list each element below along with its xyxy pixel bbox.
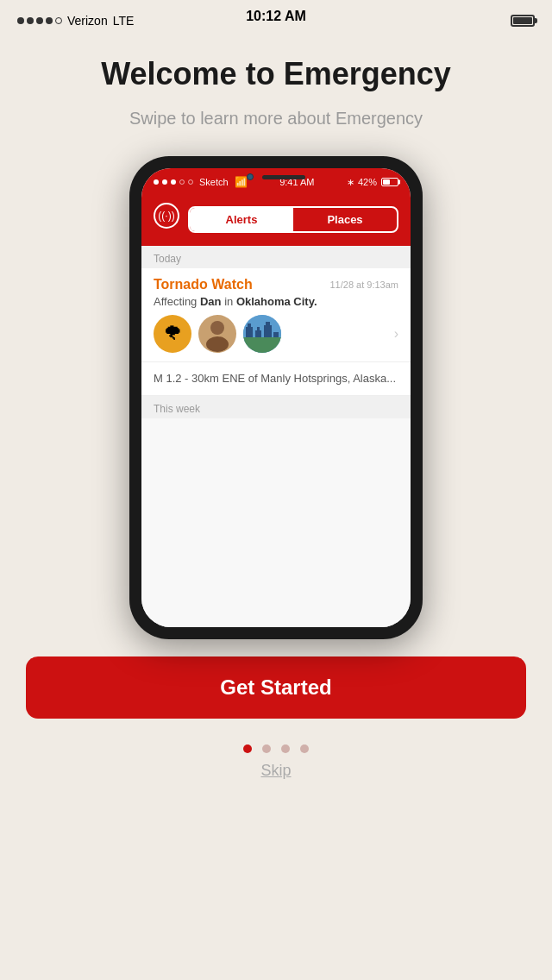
front-camera [247, 173, 254, 180]
inner-battery-text: 42% [358, 177, 377, 187]
inner-dot-4 [179, 179, 185, 185]
person-silhouette-icon [198, 315, 236, 353]
signal-dots [17, 17, 62, 24]
inner-dot-3 [171, 179, 176, 185]
svg-point-0 [210, 321, 224, 335]
signal-dot-3 [36, 17, 43, 24]
svg-rect-3 [243, 337, 281, 353]
page-dot-1[interactable] [243, 744, 252, 753]
page-dots [0, 732, 552, 762]
tab-alerts[interactable]: Alerts [190, 208, 293, 231]
svg-rect-8 [264, 325, 272, 337]
skip-section: Skip [0, 762, 552, 794]
city-avatar [243, 315, 281, 353]
inner-right: ∗ 42% [347, 177, 398, 188]
main-title: Welcome to Emergency [34, 55, 518, 92]
tornado-alert-item[interactable]: Tornado Watch 11/28 at 9:13am Affecting … [141, 268, 411, 362]
phone-top [224, 168, 328, 185]
inner-bluetooth-icon: ∗ [347, 177, 354, 188]
app-content: Today Tornado Watch 11/28 at 9:13am Affe… [141, 246, 411, 627]
carrier-label: Verizon [67, 14, 108, 28]
status-right [511, 15, 535, 27]
svg-rect-10 [273, 332, 279, 337]
skip-link[interactable]: Skip [260, 762, 291, 779]
battery-icon [511, 15, 535, 27]
svg-rect-4 [246, 327, 253, 337]
speaker [262, 175, 305, 179]
inner-dot-5 [188, 179, 193, 185]
nav-row: ((·)) Alerts Places [154, 203, 398, 236]
svg-rect-6 [255, 330, 261, 337]
heading-section: Welcome to Emergency Swipe to learn more… [0, 38, 552, 139]
svg-rect-9 [266, 322, 270, 325]
signal-dot-2 [27, 17, 34, 24]
signal-dot-4 [46, 17, 53, 24]
tab-bar: Alerts Places [188, 206, 398, 233]
alert-title-row: Tornado Watch 11/28 at 9:13am [154, 277, 398, 292]
network-label: LTE [113, 14, 135, 28]
person-avatar [198, 315, 236, 353]
alert-avatars-row: 🌪 [154, 315, 398, 353]
get-started-section: Get Started [0, 639, 552, 732]
inner-dot-1 [154, 179, 159, 185]
alert-chevron-icon: › [394, 326, 398, 342]
svg-rect-7 [257, 327, 260, 330]
get-started-button[interactable]: Get Started [26, 656, 526, 719]
tornado-emoji-icon: 🌪 [163, 323, 182, 345]
status-left: Verizon LTE [17, 14, 134, 28]
signal-dot-5 [55, 17, 62, 24]
signal-dot-1 [17, 17, 24, 24]
subtitle: Swipe to learn more about Emergency [34, 106, 518, 130]
city-skyline-icon [243, 315, 281, 353]
app-nav: ((·)) Alerts Places [141, 196, 411, 246]
tornado-avatar: 🌪 [154, 315, 191, 353]
alert-time: 11/28 at 9:13am [329, 280, 398, 290]
page-dot-3[interactable] [281, 744, 290, 753]
phone-mockup: Sketch 📶 9:41 AM ∗ 42% ((·)) [129, 156, 423, 639]
svg-rect-5 [248, 324, 251, 327]
this-week-header: This week [141, 396, 411, 418]
earthquake-text: M 1.2 - 30km ENE of Manly Hotsprings, Al… [154, 371, 398, 386]
radio-wave-icon[interactable]: ((·)) [154, 203, 179, 229]
page-dot-2[interactable] [262, 744, 271, 753]
alert-title: Tornado Watch [154, 277, 253, 292]
tab-places[interactable]: Places [293, 208, 397, 231]
inner-battery-icon [381, 178, 398, 186]
earthquake-item[interactable]: M 1.2 - 30km ENE of Manly Hotsprings, Al… [141, 362, 411, 396]
alert-city-name: Oklahoma City. [236, 295, 317, 308]
alert-description: Affecting Dan in Oklahoma City. [154, 295, 398, 308]
inner-dot-2 [162, 179, 167, 185]
phone-container: Sketch 📶 9:41 AM ∗ 42% ((·)) [0, 156, 552, 639]
page-dot-4[interactable] [300, 744, 309, 753]
time-label: 10:12 AM [246, 9, 306, 24]
alert-person-name: Dan [200, 295, 222, 308]
phone-screen: Sketch 📶 9:41 AM ∗ 42% ((·)) [141, 168, 411, 627]
svg-point-1 [206, 336, 229, 352]
status-bar: Verizon LTE 10:12 AM [0, 0, 552, 38]
today-header: Today [141, 246, 411, 268]
